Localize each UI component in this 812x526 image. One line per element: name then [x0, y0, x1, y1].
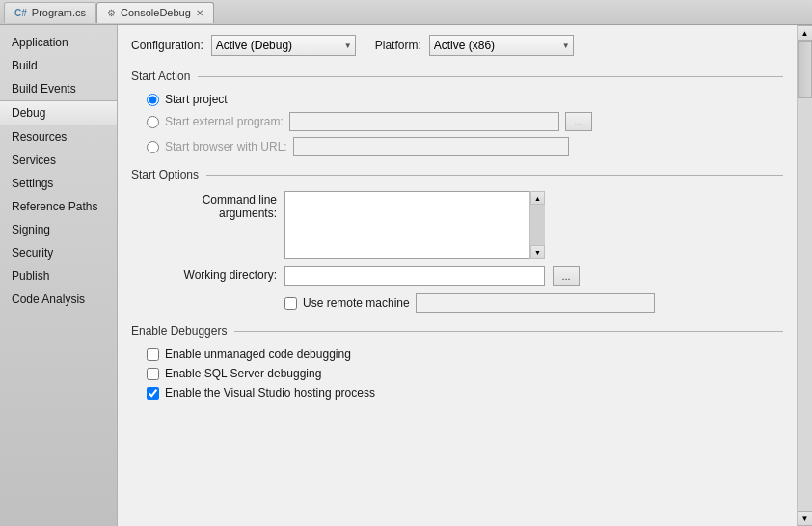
vs-hosting-label: Enable the Visual Studio hosting process	[165, 386, 375, 400]
start-external-radio[interactable]	[147, 116, 159, 128]
remote-machine-input[interactable]	[416, 293, 655, 313]
start-external-option: Start external program: ...	[147, 112, 783, 131]
platform-label: Platform:	[375, 39, 421, 52]
sidebar-item-debug[interactable]: Debug	[0, 100, 117, 125]
tab-program-cs[interactable]: C# Program.cs	[4, 2, 96, 23]
sidebar-item-resources[interactable]: Resources	[0, 125, 117, 149]
cmd-args-scrollbar: ▲ ▼	[529, 191, 545, 259]
sql-server-debug-label: Enable SQL Server debugging	[165, 367, 321, 380]
unmanaged-debug-checkbox[interactable]	[147, 348, 159, 361]
start-action-header: Start Action	[131, 69, 783, 83]
working-dir-label: Working directory:	[147, 266, 277, 282]
start-project-label: Start project	[165, 93, 228, 106]
vs-hosting-checkbox[interactable]	[147, 387, 159, 400]
sidebar-item-services[interactable]: Services	[0, 149, 117, 172]
sidebar-item-build[interactable]: Build	[0, 54, 117, 77]
main-scrollbar: ▲ ▼	[797, 25, 812, 526]
unmanaged-debug-label: Enable unmanaged code debugging	[165, 347, 351, 361]
close-tab-button[interactable]: ✕	[196, 8, 203, 18]
sql-server-debug-item: Enable SQL Server debugging	[147, 367, 783, 380]
sidebar-item-settings[interactable]: Settings	[0, 172, 117, 195]
scroll-thumb[interactable]	[798, 41, 812, 98]
start-action-line	[198, 76, 783, 77]
remote-machine-spacer	[147, 302, 277, 304]
start-project-option: Start project	[147, 93, 783, 106]
sidebar: Application Build Build Events Debug Res…	[0, 25, 118, 526]
sql-server-debug-checkbox[interactable]	[147, 368, 159, 380]
cmd-args-row: Command line arguments: ▲ ▼	[147, 191, 783, 259]
sidebar-item-application[interactable]: Application	[0, 31, 117, 54]
start-browser-option: Start browser with URL:	[147, 137, 783, 156]
start-project-radio[interactable]	[147, 94, 159, 106]
sidebar-item-code-analysis[interactable]: Code Analysis	[0, 288, 117, 311]
start-browser-radio[interactable]	[147, 141, 159, 153]
cmd-args-textarea[interactable]	[284, 191, 545, 259]
settings-icon: ⚙	[107, 8, 116, 18]
start-options-line	[206, 175, 783, 176]
remote-machine-checkbox[interactable]	[284, 297, 297, 310]
tab-bar: C# Program.cs ⚙ ConsoleDebug ✕	[0, 0, 812, 25]
start-options-header: Start Options	[131, 168, 783, 181]
cmd-args-wrap: ▲ ▼	[284, 191, 545, 259]
scroll-down-button[interactable]: ▼	[798, 511, 813, 526]
tab-console-debug[interactable]: ⚙ ConsoleDebug ✕	[96, 2, 214, 23]
start-options-grid: Command line arguments: ▲ ▼ Working dire…	[147, 191, 783, 313]
cmd-args-label: Command line arguments:	[147, 191, 277, 220]
start-action-title: Start Action	[131, 69, 198, 83]
sidebar-item-publish[interactable]: Publish	[0, 264, 117, 288]
vs-hosting-item: Enable the Visual Studio hosting process	[147, 386, 783, 400]
tab-console-debug-label: ConsoleDebug	[121, 7, 191, 18]
sidebar-item-build-events[interactable]: Build Events	[0, 77, 117, 100]
sidebar-item-security[interactable]: Security	[0, 241, 117, 264]
start-action-options: Start project Start external program: ..…	[147, 93, 783, 156]
working-dir-input-row: ...	[284, 266, 580, 286]
start-options-title: Start Options	[131, 168, 206, 181]
working-dir-browse-button[interactable]: ...	[553, 266, 580, 286]
main-container: Application Build Build Events Debug Res…	[0, 25, 812, 526]
platform-select-wrapper: Active (x86) x86 x64 Any CPU	[429, 35, 574, 56]
scroll-track	[798, 41, 812, 511]
platform-select[interactable]: Active (x86) x86 x64 Any CPU	[429, 35, 574, 56]
enable-debuggers-line	[234, 331, 783, 332]
cmd-scroll-track	[530, 205, 545, 245]
cmd-scroll-up-button[interactable]: ▲	[530, 191, 545, 205]
enable-debuggers-title: Enable Debuggers	[131, 324, 234, 338]
cs-file-icon: C#	[14, 8, 27, 18]
start-browser-input[interactable]	[293, 137, 569, 156]
remote-machine-row: Use remote machine	[147, 293, 783, 313]
remote-machine-label: Use remote machine	[303, 296, 410, 310]
start-browser-label: Start browser with URL:	[165, 140, 287, 153]
unmanaged-debug-item: Enable unmanaged code debugging	[147, 347, 783, 361]
tab-program-cs-label: Program.cs	[32, 7, 86, 18]
working-dir-row: Working directory: ...	[147, 266, 783, 286]
configuration-select[interactable]: Active (Debug) Debug Release	[211, 35, 356, 56]
start-external-label: Start external program:	[165, 115, 284, 128]
start-external-input[interactable]	[289, 112, 559, 131]
sidebar-item-reference-paths[interactable]: Reference Paths	[0, 195, 117, 218]
config-row: Configuration: Active (Debug) Debug Rele…	[131, 35, 783, 56]
content-area: Configuration: Active (Debug) Debug Rele…	[118, 25, 797, 526]
configuration-select-wrapper: Active (Debug) Debug Release	[211, 35, 356, 56]
start-external-browse-button[interactable]: ...	[565, 112, 592, 131]
enable-debuggers-header: Enable Debuggers	[131, 324, 783, 338]
sidebar-item-signing[interactable]: Signing	[0, 218, 117, 241]
configuration-label: Configuration:	[131, 39, 203, 52]
working-dir-input[interactable]	[284, 266, 545, 286]
cmd-scroll-down-button[interactable]: ▼	[530, 245, 545, 259]
scroll-up-button[interactable]: ▲	[798, 25, 813, 41]
